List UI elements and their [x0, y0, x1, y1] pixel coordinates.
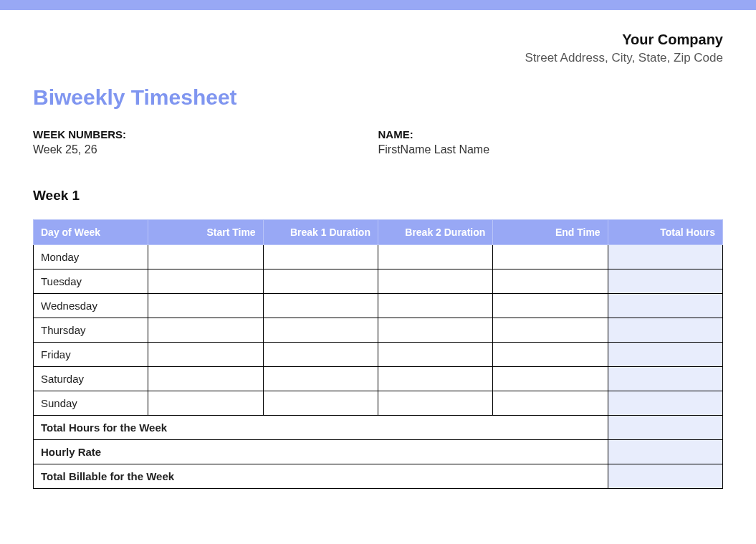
cell-break1[interactable]	[263, 367, 378, 391]
total-billable-label: Total Billable for the Week	[34, 464, 608, 489]
cell-total	[608, 343, 722, 367]
day-label: Sunday	[34, 391, 148, 416]
total-hours-value	[608, 416, 722, 440]
info-name: NAME: FirstName Last Name	[378, 128, 724, 156]
cell-break1[interactable]	[263, 343, 378, 367]
company-name: Your Company	[33, 32, 723, 48]
total-billable-value	[608, 464, 722, 489]
row-friday: Friday	[34, 343, 723, 367]
cell-total	[608, 318, 722, 343]
row-total-billable: Total Billable for the Week	[34, 464, 723, 489]
cell-start[interactable]	[148, 367, 263, 391]
row-total-hours-week: Total Hours for the Week	[34, 416, 723, 440]
cell-total	[608, 245, 722, 269]
cell-start[interactable]	[148, 391, 263, 416]
cell-break2[interactable]	[378, 367, 492, 391]
cell-start[interactable]	[148, 269, 263, 294]
cell-total	[608, 269, 722, 294]
week-numbers-label: WEEK NUMBERS:	[33, 128, 378, 140]
name-label: NAME:	[378, 128, 724, 140]
col-day-of-week: Day of Week	[34, 220, 148, 245]
hourly-rate-label: Hourly Rate	[34, 440, 608, 464]
cell-end[interactable]	[493, 367, 608, 391]
cell-end[interactable]	[493, 269, 608, 294]
week-numbers-value: Week 25, 26	[33, 143, 378, 156]
name-value: FirstName Last Name	[378, 143, 724, 156]
cell-break2[interactable]	[378, 391, 492, 416]
cell-end[interactable]	[493, 294, 608, 318]
cell-break2[interactable]	[378, 269, 492, 294]
col-end-time: End Time	[493, 220, 608, 245]
day-label: Friday	[34, 343, 148, 367]
row-wednesday: Wednesday	[34, 294, 723, 318]
company-address: Street Address, City, State, Zip Code	[33, 51, 723, 65]
cell-end[interactable]	[493, 343, 608, 367]
col-total-hours: Total Hours	[608, 220, 722, 245]
cell-start[interactable]	[148, 245, 263, 269]
week1-table: Day of Week Start Time Break 1 Duration …	[33, 219, 723, 489]
cell-total	[608, 391, 722, 416]
cell-start[interactable]	[148, 343, 263, 367]
info-row: WEEK NUMBERS: Week 25, 26 NAME: FirstNam…	[33, 128, 723, 156]
day-label: Monday	[34, 245, 148, 269]
day-label: Tuesday	[34, 269, 148, 294]
cell-total	[608, 294, 722, 318]
cell-break2[interactable]	[378, 343, 492, 367]
row-hourly-rate: Hourly Rate	[34, 440, 723, 464]
page-content: Your Company Street Address, City, State…	[0, 10, 756, 517]
cell-break2[interactable]	[378, 318, 492, 343]
day-label: Thursday	[34, 318, 148, 343]
row-monday: Monday	[34, 245, 723, 269]
row-saturday: Saturday	[34, 367, 723, 391]
cell-break1[interactable]	[263, 391, 378, 416]
col-break2: Break 2 Duration	[378, 220, 492, 245]
row-tuesday: Tuesday	[34, 269, 723, 294]
cell-break1[interactable]	[263, 269, 378, 294]
col-start-time: Start Time	[148, 220, 263, 245]
cell-break2[interactable]	[378, 294, 492, 318]
info-week-numbers: WEEK NUMBERS: Week 25, 26	[33, 128, 378, 156]
row-sunday: Sunday	[34, 391, 723, 416]
cell-break2[interactable]	[378, 245, 492, 269]
accent-top-bar	[0, 0, 756, 10]
cell-start[interactable]	[148, 318, 263, 343]
cell-end[interactable]	[493, 245, 608, 269]
row-thursday: Thursday	[34, 318, 723, 343]
day-label: Saturday	[34, 367, 148, 391]
company-block: Your Company Street Address, City, State…	[33, 32, 723, 65]
col-break1: Break 1 Duration	[263, 220, 378, 245]
cell-total	[608, 367, 722, 391]
day-label: Wednesday	[34, 294, 148, 318]
cell-break1[interactable]	[263, 294, 378, 318]
cell-end[interactable]	[493, 391, 608, 416]
cell-break1[interactable]	[263, 245, 378, 269]
cell-end[interactable]	[493, 318, 608, 343]
cell-break1[interactable]	[263, 318, 378, 343]
total-hours-label: Total Hours for the Week	[34, 416, 608, 440]
table-header-row: Day of Week Start Time Break 1 Duration …	[34, 220, 723, 245]
hourly-rate-value[interactable]	[608, 440, 722, 464]
week1-heading: Week 1	[33, 188, 723, 204]
cell-start[interactable]	[148, 294, 263, 318]
document-title: Biweekly Timesheet	[33, 85, 723, 110]
